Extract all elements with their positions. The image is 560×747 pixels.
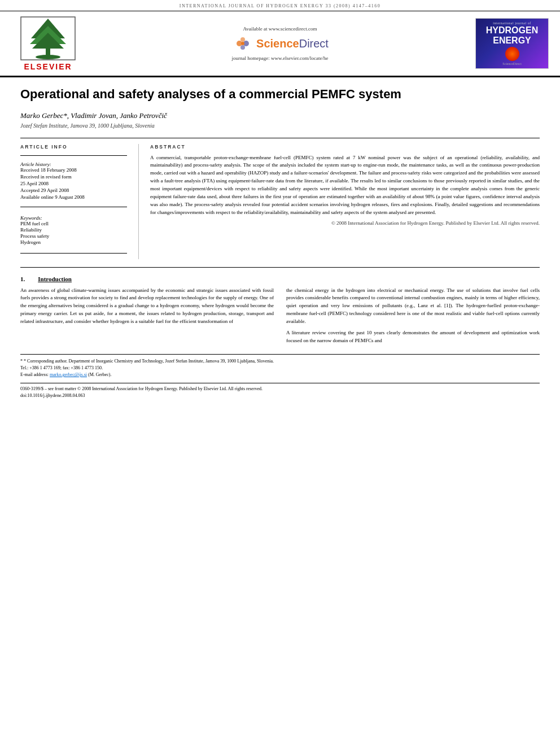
corresponding-note: * * Corresponding author. Department of … — [20, 358, 540, 365]
abstract-text: A commercial, transportable proton-excha… — [150, 154, 540, 217]
intro-section-num: 1. — [20, 276, 25, 282]
info-divider-top — [20, 155, 127, 156]
svg-point-1 — [36, 55, 60, 59]
body-divider — [20, 267, 540, 268]
svg-point-7 — [240, 37, 245, 42]
footnote-divider — [20, 354, 540, 355]
article-divider — [20, 138, 540, 138]
keyword-3: Process safety — [20, 233, 127, 239]
corresponding-text: Department of Inorganic Chemistry and Te… — [69, 359, 274, 364]
tel-note: Tel.: +386 1 4773 169; fax: +386 1 4773 … — [20, 365, 540, 372]
header-section: ELSEVIER Available at www.sciencedirect.… — [0, 11, 560, 77]
bottom-bar: 0360-3199/$ – see front matter © 2008 In… — [20, 383, 540, 399]
bottom-text-2: doi:10.1016/j.ijhydene.2008.04.063 — [20, 392, 540, 399]
intro-left-para: An awareness of global climate-warming i… — [20, 287, 274, 326]
journal-title: INTERNATIONAL JOURNAL OF HYDROGEN ENERGY… — [180, 3, 380, 8]
intro-right-para1: the chemical energy in the hydrogen into… — [286, 287, 540, 326]
center-header: Available at www.sciencedirect.com Scien… — [85, 26, 475, 61]
sciencedirect-text: ScienceDirect — [256, 37, 329, 50]
email-person: (M. Gerbec). — [88, 372, 112, 377]
page-container: INTERNATIONAL JOURNAL OF HYDROGEN ENERGY… — [0, 0, 560, 405]
hydrogen-journal-logo: international journal of HYDROGENENERGY … — [475, 18, 549, 69]
intro-section-title: Introduction — [38, 276, 72, 282]
accepted-date: Accepted 29 April 2008 — [20, 187, 127, 193]
elsevier-tree-icon — [20, 16, 76, 61]
email-label: E-mail address: — [20, 372, 49, 377]
keywords-divider — [20, 207, 127, 207]
body-left-col: An awareness of global climate-warming i… — [20, 287, 274, 349]
body-right-col: the chemical energy in the hydrogen into… — [286, 287, 540, 349]
revised-date: 25 April 2008 — [20, 181, 127, 186]
corresponding-label: * Corresponding author. — [24, 359, 68, 364]
sciencedirect-icon — [231, 35, 254, 52]
main-content: Operational and safety analyses of a com… — [0, 77, 560, 405]
svg-point-9 — [240, 45, 245, 50]
revised-label: Received in revised form — [20, 174, 127, 180]
article-info-label: ARTICLE INFO — [20, 144, 127, 150]
article-title: Operational and safety analyses of a com… — [20, 86, 540, 102]
intro-right-para2: A literature review covering the past 10… — [286, 329, 540, 345]
footnotes: * * Corresponding author. Department of … — [20, 358, 540, 378]
elsevier-brand-text: ELSEVIER — [24, 62, 72, 71]
article-info-section: ARTICLE INFO Article history: Received 1… — [20, 144, 540, 259]
abstract-label: ABSTRACT — [150, 144, 540, 150]
body-two-col: An awareness of global climate-warming i… — [20, 287, 540, 349]
history-label: Article history: — [20, 161, 127, 167]
keywords-label: Keywords: — [20, 215, 127, 221]
bottom-text-1: 0360-3199/$ – see front matter © 2008 In… — [20, 386, 540, 392]
keyword-2: Reliability — [20, 227, 127, 233]
left-bottom-divider — [20, 253, 127, 254]
hydrogen-circle-icon — [505, 47, 519, 61]
available-at-text: Available at www.sciencedirect.com — [85, 26, 475, 32]
keyword-4: Hydrogen — [20, 239, 127, 245]
copyright-text: © 2008 International Association for Hyd… — [150, 220, 540, 226]
journal-homepage-text: journal homepage: www.elsevier.com/locat… — [85, 55, 475, 61]
email-address: marko.gerbec@ijs.si — [50, 372, 87, 377]
keyword-1: PEM fuel cell — [20, 221, 127, 226]
intro-heading: 1. Introduction — [20, 276, 540, 282]
available-date: Available online 9 August 2008 — [20, 194, 127, 200]
abstract-col: ABSTRACT A commercial, transportable pro… — [139, 144, 540, 259]
affiliation: Jozef Stefan Institute, Jamova 39, 1000 … — [20, 123, 540, 129]
sciencedirect-logo: ScienceDirect — [85, 35, 475, 52]
received-date: Received 18 February 2008 — [20, 167, 127, 173]
email-note: E-mail address: marko.gerbec@ijs.si (M. … — [20, 372, 540, 378]
keywords-section: Keywords: PEM fuel cell Reliability Proc… — [20, 215, 127, 245]
authors: Marko Gerbec*, Vladimir Jovan, Janko Pet… — [20, 111, 540, 120]
elsevier-logo: ELSEVIER — [11, 16, 85, 71]
article-info-col: ARTICLE INFO Article history: Received 1… — [20, 144, 139, 259]
journal-bar: INTERNATIONAL JOURNAL OF HYDROGEN ENERGY… — [0, 0, 560, 11]
svg-point-10 — [241, 42, 244, 45]
